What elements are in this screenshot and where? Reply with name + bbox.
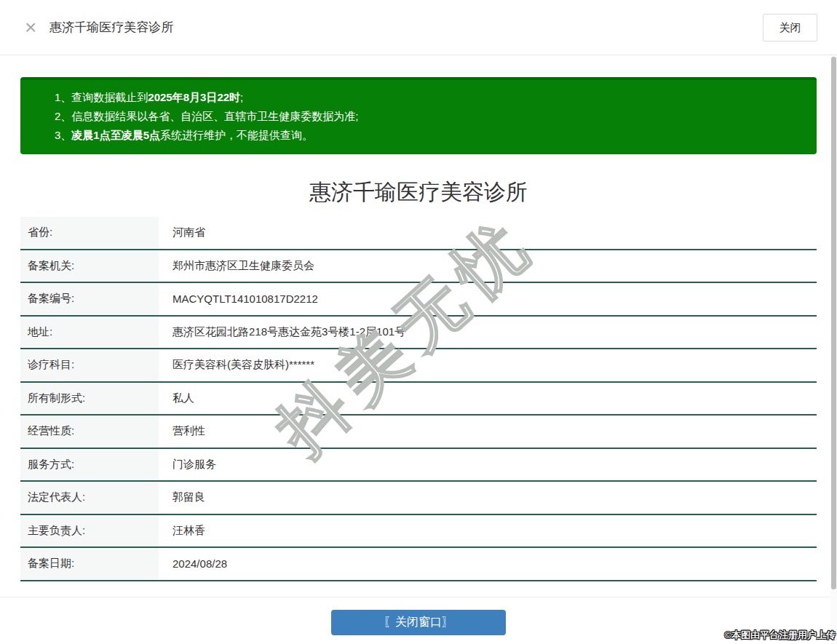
top-bar: × 惠济千瑜医疗美容诊所 关闭 (0, 0, 837, 55)
row-value: 郑州市惠济区卫生健康委员会 (159, 250, 314, 282)
scrollbar-thumb[interactable] (831, 57, 836, 589)
notice-text: ; (240, 91, 243, 103)
table-row: 主要负责人: 汪林香 (20, 515, 817, 549)
table-row: 省份: 河南省 (20, 217, 817, 250)
row-value: 惠济区花园北路218号惠达金苑3号楼1-2层101号 (159, 317, 405, 349)
window-title: 惠济千瑜医疗美容诊所 (49, 19, 173, 36)
table-row: 服务方式: 门诊服务 (20, 449, 817, 482)
row-value: 河南省 (159, 217, 205, 249)
notice-line-3: 3、凌晨1点至凌晨5点系统进行维护，不能提供查询。 (55, 126, 802, 145)
row-value: 2024/08/28 (159, 548, 227, 580)
row-value: 营利性 (159, 416, 205, 448)
row-label: 备案编号: (20, 283, 159, 315)
table-row: 经营性质: 营利性 (20, 416, 817, 449)
notice-text: 1、查询数据截止到 (55, 91, 148, 103)
row-label: 备案机关: (20, 250, 159, 282)
notice-bold-text: 凌晨1点至凌晨5点 (71, 129, 160, 141)
close-button[interactable]: 关闭 (763, 14, 817, 41)
content-area: 1、查询数据截止到2025年8月3日22时; 2、信息数据结果以各省、自治区、直… (0, 77, 837, 635)
row-label: 诊疗科目: (20, 349, 159, 381)
row-value: 门诊服务 (159, 449, 216, 481)
row-label: 省份: (20, 217, 159, 249)
table-row: 备案编号: MACYQTLT141010817D2212 (20, 283, 817, 317)
row-label: 所有制形式: (20, 383, 159, 415)
row-value: MACYQTLT141010817D2212 (159, 283, 318, 315)
row-label: 备案日期: (20, 548, 159, 580)
table-row: 地址: 惠济区花园北路218号惠达金苑3号楼1-2层101号 (20, 317, 817, 350)
notice-line-2: 2、信息数据结果以各省、自治区、直辖市卫生健康委数据为准; (55, 107, 802, 126)
vertical-scrollbar[interactable] (830, 55, 837, 644)
close-icon[interactable]: × (25, 17, 36, 38)
details-table: 省份: 河南省 备案机关: 郑州市惠济区卫生健康委员会 备案编号: MACYQT… (20, 217, 817, 581)
copyright-watermark: ©本图由平台注册用户上传 (724, 629, 836, 642)
close-window-button[interactable]: 〖关闭窗口〗 (331, 610, 506, 635)
notice-line-1: 1、查询数据截止到2025年8月3日22时; (55, 88, 802, 107)
table-row: 法定代表人: 郭留良 (20, 482, 817, 515)
table-row: 备案日期: 2024/08/28 (20, 548, 817, 581)
footer-divider (0, 597, 837, 597)
notice-text: 2、信息数据结果以各省、自治区、直辖市卫生健康委数据为准; (55, 110, 359, 122)
row-label: 法定代表人: (20, 482, 159, 514)
row-label: 主要负责人: (20, 515, 159, 547)
row-value: 医疗美容科(美容皮肤科)****** (159, 349, 314, 381)
footer-actions: 〖关闭窗口〗 (20, 610, 817, 635)
row-value: 汪林香 (159, 515, 205, 547)
table-row: 所有制形式: 私人 (20, 383, 817, 416)
row-label: 经营性质: (20, 416, 159, 448)
notice-bold-text: 2025年8月3日22时 (148, 91, 240, 103)
notice-text: 系统进行维护，不能提供查询。 (160, 129, 313, 141)
row-label: 服务方式: (20, 449, 159, 481)
row-value: 郭留良 (159, 482, 205, 514)
row-value: 私人 (159, 383, 194, 415)
row-label: 地址: (20, 317, 159, 349)
page-title: 惠济千瑜医疗美容诊所 (20, 179, 817, 204)
notice-banner: 1、查询数据截止到2025年8月3日22时; 2、信息数据结果以各省、自治区、直… (20, 77, 817, 154)
notice-text: 3、 (55, 129, 71, 141)
table-row: 备案机关: 郑州市惠济区卫生健康委员会 (20, 250, 817, 284)
table-row: 诊疗科目: 医疗美容科(美容皮肤科)****** (20, 349, 817, 383)
